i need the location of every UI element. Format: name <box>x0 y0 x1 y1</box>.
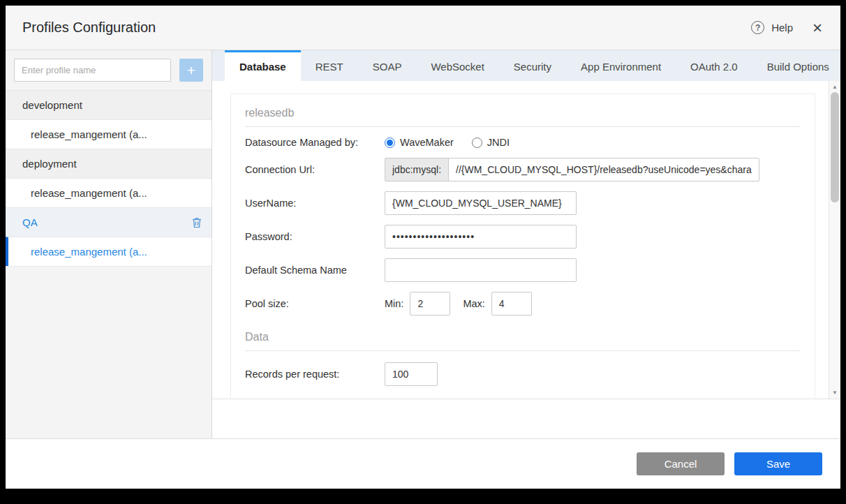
password-input[interactable] <box>385 225 577 249</box>
delete-profile-icon[interactable] <box>192 217 202 228</box>
username-input[interactable] <box>385 191 577 215</box>
dialog-body: + development release_mangement (a... de… <box>6 50 840 438</box>
group-label: QA <box>22 216 38 228</box>
radio-jndi[interactable]: JNDI <box>472 137 510 148</box>
sidebar-empty-area <box>6 266 212 438</box>
connection-url-row: Connection Url: jdbc:mysql: <box>245 158 801 181</box>
profile-detail-panel: Database REST SOAP WebSocket Security Ap… <box>212 50 840 438</box>
scroll-up-icon[interactable]: ▲ <box>829 84 840 90</box>
item-label: release_mangement (a... <box>31 128 147 140</box>
close-icon[interactable]: × <box>812 20 822 36</box>
sidebar-group-qa[interactable]: QA <box>6 207 212 237</box>
profiles-configuration-dialog: Profiles Configuration ? Help × + develo… <box>6 6 840 489</box>
schema-label: Default Schema Name <box>245 265 385 276</box>
section-heading-releasedb: releasedb <box>245 94 801 127</box>
radio-wavemaker-label: WaveMaker <box>400 137 454 148</box>
username-label: UserName: <box>245 198 385 209</box>
dialog-footer: Cancel Save <box>6 438 840 489</box>
records-input[interactable] <box>385 362 438 386</box>
add-profile-button[interactable]: + <box>179 59 203 82</box>
pool-min-input[interactable] <box>410 292 450 316</box>
content-spacer <box>212 399 840 438</box>
pool-size-label: Pool size: <box>245 298 385 309</box>
section-heading-data: Data <box>245 316 801 351</box>
vertical-scrollbar[interactable]: ▲ ▼ <box>829 81 840 399</box>
connection-url-prefix: jdbc:mysql: <box>385 158 449 181</box>
tab-app-environment[interactable]: App Environment <box>566 50 676 81</box>
sidebar-item-release-mangement-deploy[interactable]: release_mangement (a... <box>6 178 212 207</box>
sidebar-group-development[interactable]: development <box>6 90 212 119</box>
pool-max-label: Max: <box>463 298 484 309</box>
database-form-card: releasedb Datasource Managed by: WaveMak… <box>230 94 815 399</box>
connection-url-label: Connection Url: <box>245 164 385 175</box>
tab-soap[interactable]: SOAP <box>358 50 417 81</box>
radio-wavemaker-input[interactable] <box>385 138 395 148</box>
profiles-sidebar: + development release_mangement (a... de… <box>6 50 212 438</box>
dialog-title: Profiles Configuration <box>22 20 156 36</box>
records-row: Records per request: <box>245 362 801 386</box>
pool-min-label: Min: <box>385 298 403 309</box>
radio-wavemaker[interactable]: WaveMaker <box>385 137 454 148</box>
item-label: release_mangement (a... <box>31 246 147 258</box>
tab-oauth[interactable]: OAuth 2.0 <box>676 50 752 81</box>
connection-url-input[interactable] <box>448 158 759 181</box>
scrollbar-thumb[interactable] <box>831 92 839 202</box>
records-label: Records per request: <box>245 369 385 380</box>
scroll-down-icon[interactable]: ▼ <box>829 390 840 396</box>
cancel-button[interactable]: Cancel <box>637 452 725 475</box>
group-label: development <box>22 99 82 111</box>
datasource-row: Datasource Managed by: WaveMaker JNDI <box>245 137 801 148</box>
sidebar-group-deployment[interactable]: deployment <box>6 149 212 178</box>
help-link[interactable]: Help <box>771 22 793 34</box>
sidebar-item-release-mangement-dev[interactable]: release_mangement (a... <box>6 119 212 149</box>
radio-jndi-label: JNDI <box>487 137 510 148</box>
schema-input[interactable] <box>385 258 577 282</box>
dialog-header: Profiles Configuration ? Help × <box>6 6 840 50</box>
password-row: Password: <box>245 225 801 249</box>
profile-tabbar: Database REST SOAP WebSocket Security Ap… <box>212 50 840 81</box>
profile-add-row: + <box>6 50 212 90</box>
schema-row: Default Schema Name <box>245 258 801 282</box>
tab-database[interactable]: Database <box>225 50 301 81</box>
tab-security[interactable]: Security <box>499 50 566 81</box>
save-button[interactable]: Save <box>734 452 822 475</box>
radio-jndi-input[interactable] <box>472 138 482 148</box>
sidebar-item-release-mangement-qa[interactable]: release_mangement (a... <box>6 237 212 266</box>
tab-build-options[interactable]: Build Options <box>752 50 844 81</box>
pool-max-input[interactable] <box>491 292 532 316</box>
group-label: deployment <box>22 158 77 170</box>
password-label: Password: <box>245 231 385 242</box>
profile-name-input[interactable] <box>14 59 171 82</box>
datasource-label: Datasource Managed by: <box>245 137 385 148</box>
username-row: UserName: <box>245 191 801 215</box>
help-icon[interactable]: ? <box>751 21 764 34</box>
item-label: release_mangement (a... <box>31 187 147 199</box>
database-tab-content: releasedb Datasource Managed by: WaveMak… <box>212 81 840 399</box>
tab-websocket[interactable]: WebSocket <box>416 50 498 81</box>
tab-rest[interactable]: REST <box>301 50 358 81</box>
pool-size-row: Pool size: Min: Max: <box>245 292 801 316</box>
